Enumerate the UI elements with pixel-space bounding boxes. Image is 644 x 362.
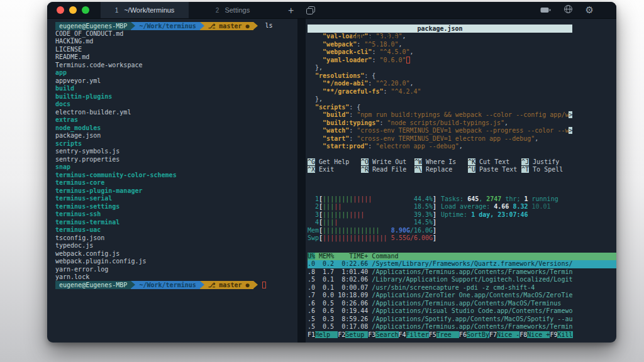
fkey-item: F7Nice - — [489, 331, 519, 338]
htop-fkeys: F1Help F2Setup F3SearchF4FilterF5Tree F6… — [308, 331, 616, 339]
powerline-arrow — [200, 281, 204, 289]
process-table: U% MEM% TIME+ Command .0 0.2 0:22.66 /Sy… — [308, 253, 616, 339]
powerline-arrow — [253, 22, 258, 30]
nano-titlebar: GNU nano 4.5 package.json — [308, 25, 572, 33]
file-item: HACKING.md — [55, 38, 297, 46]
terminal-pane-right[interactable]: GNU nano 4.5 package.json "val-loader": … — [306, 19, 616, 343]
file-item: app — [55, 69, 297, 77]
new-tab-button[interactable]: + — [288, 2, 294, 19]
gear-icon[interactable]: ⚙ — [586, 6, 594, 15]
powerline-arrow — [253, 281, 258, 289]
file-item: builtin-plugins — [55, 93, 297, 101]
process-row: .8 1.7 1:01.40 /Applications/Terminus.ap… — [308, 268, 616, 277]
file-item: electron-builder.yml — [55, 109, 297, 117]
nano-shortcut-item: ^T To Spell — [521, 166, 575, 174]
close-button[interactable] — [57, 6, 64, 14]
file-item: tsconfig.json — [55, 234, 297, 243]
nano-shortcut-item: ^W Where Is — [414, 158, 468, 167]
htop-stats: Tasks: 645, 2747 thr; 1 runningLoad aver… — [441, 195, 558, 219]
process-row: .6 0.6 0:19.44 /Applications/Visual Stud… — [308, 307, 616, 315]
zoom-button[interactable] — [82, 6, 89, 14]
terminus-window: 1 ~/Work/terminus 2 Settings + ⚙ — [47, 2, 616, 343]
battery-icon[interactable] — [540, 4, 551, 16]
file-item: terminus-serial — [55, 195, 297, 203]
process-row: .0 0.1 0:00.07 /usr/sbin/screencapture -… — [308, 284, 616, 292]
titlebar-right-icons: ⚙ — [540, 4, 594, 16]
file-item: LICENSE — [55, 46, 297, 54]
mem-meter: Mem[|||||||||||||||8.90G/16.0G] — [308, 227, 616, 235]
fkey-item: F6SortBy — [459, 331, 489, 338]
file-item: sentry-symbols.js — [55, 148, 297, 156]
prompt-git-segment: ⎇ master ● — [204, 281, 253, 289]
process-rows: .0 0.2 0:22.66 /System/Library/Framework… — [308, 260, 616, 331]
nano-line: "*/node-abi": "^2.20.0", — [308, 80, 572, 88]
nano-line: "start:prod": "electron app --debug", — [308, 143, 572, 151]
file-item: terminus-settings — [55, 203, 297, 211]
file-item: appveyor.yml — [55, 77, 297, 85]
file-item: webpack.plugin.config.js — [55, 258, 297, 266]
tab-index: 2 — [216, 7, 219, 14]
nano-lines: "val-loader": "3.0.0", "webpack": "^5.18… — [308, 33, 572, 151]
process-table-header: U% MEM% TIME+ Command — [308, 253, 616, 261]
prompt-git-segment: ⎇ master ● — [204, 22, 253, 30]
fkey-item: F8Nice + — [519, 331, 550, 338]
titlebar[interactable]: 1 ~/Work/terminus 2 Settings + ⚙ — [47, 2, 616, 19]
htop-stat-line: Tasks: 645, 2747 thr; 1 running — [441, 195, 558, 204]
fkey-item: F9Kill — [550, 331, 572, 338]
cpu-meter: 4[||||14.5%] — [308, 219, 616, 227]
file-item: terminus-community-color-schemes — [55, 172, 297, 180]
fkey-item: F2Setup — [338, 331, 368, 338]
nano-line: "watch": "cross-env TERMINUS_DEV=1 webpa… — [308, 127, 572, 135]
nano-line: "**/graceful-fs": "^4.2.4" — [308, 88, 572, 96]
file-item: sentry.properties — [55, 156, 297, 164]
file-item: terminus-core — [55, 179, 297, 187]
tab-work-terminus[interactable]: 1 ~/Work/terminus — [101, 2, 189, 18]
file-item: scripts — [55, 140, 297, 148]
duplicate-tab-icon[interactable] — [306, 6, 315, 14]
htop-stat-line: Load average: 4.66 8.32 10.01 — [441, 203, 558, 211]
powerline-arrow — [131, 281, 135, 289]
nano-shortcut-item: ^\ Replace — [414, 166, 468, 174]
file-item: CODE_OF_CONDUCT.md — [55, 30, 297, 38]
file-item: yarn.lock — [55, 273, 297, 282]
tab-index: 1 — [115, 7, 119, 14]
htop-monitor: 1[|||||||||||||44.4%] 2[|||||18.5%] 3[||… — [308, 195, 616, 339]
globe-icon[interactable] — [564, 4, 573, 16]
file-list: CODE_OF_CONDUCT.mdHACKING.mdLICENSEREADM… — [55, 30, 297, 282]
nano-line: "webpack": "^5.18.0", — [308, 41, 572, 49]
nano-shortcut-item: ^O Write Out — [361, 158, 414, 167]
minimize-button[interactable] — [69, 6, 77, 14]
fkey-item: F1Help — [308, 331, 338, 338]
process-row: .6 0.5 0:26.06 /Applications/Terminus.ap… — [308, 300, 616, 308]
tab-label: Settings — [225, 6, 250, 14]
nano-line: "scripts": { — [308, 104, 572, 112]
pane-divider[interactable] — [297, 19, 306, 343]
terminal-cursor — [262, 282, 266, 288]
process-row: .7 0.0 10:18.09 /Applications/ZeroTier O… — [308, 292, 616, 300]
prompt-user-segment: eugene@Eugenes-MBP — [55, 22, 131, 30]
desktop: 1 ~/Work/terminus 2 Settings + ⚙ — [0, 0, 644, 362]
process-row: .5 0.5 0:17.08 /Applications/Terminus.ap… — [308, 323, 616, 331]
file-item: docs — [55, 101, 297, 109]
nano-line: "webpack-cli": "^4.5.0", — [308, 48, 572, 57]
file-item: yarn-error.log — [55, 266, 297, 274]
file-item: typedoc.js — [55, 242, 297, 250]
nano-shortcuts: ^G Get Help^O Write Out^W Where Is^K Cut… — [308, 158, 572, 174]
nano-line: "start": "cross-env TERMINUS_DEV=1 elect… — [308, 135, 572, 143]
nano-line: "yaml-loader": "0.6.0" — [308, 57, 572, 65]
terminal-pane-left[interactable]: eugene@Eugenes-MBP ~/Work/terminus ⎇ mas… — [47, 19, 297, 343]
nano-shortcut-item: ^G Get Help — [308, 158, 361, 167]
tab-label: ~/Work/terminus — [124, 6, 174, 14]
tab-settings[interactable]: 2 Settings — [189, 2, 277, 18]
swp-meter: Swp[|||||||||||||||||5.55G/6.00G] — [308, 234, 616, 243]
file-item: terminus-uac — [55, 226, 297, 234]
prompt-user-segment: eugene@Eugenes-MBP — [55, 281, 131, 289]
prompt-line: eugene@Eugenes-MBP ~/Work/terminus ⎇ mas… — [55, 22, 297, 30]
powerline-arrow — [131, 22, 135, 30]
fkey-item: F3Search — [368, 331, 398, 338]
prompt-path-segment: ~/Work/terminus — [135, 22, 199, 30]
process-row: .5 0.1 8:02.06 /Library/Application Supp… — [308, 276, 616, 284]
file-item: build — [55, 85, 297, 93]
nano-version: GNU nano 4.5 — [352, 33, 397, 40]
nano-shortcut-item: ^X Exit — [308, 166, 361, 174]
